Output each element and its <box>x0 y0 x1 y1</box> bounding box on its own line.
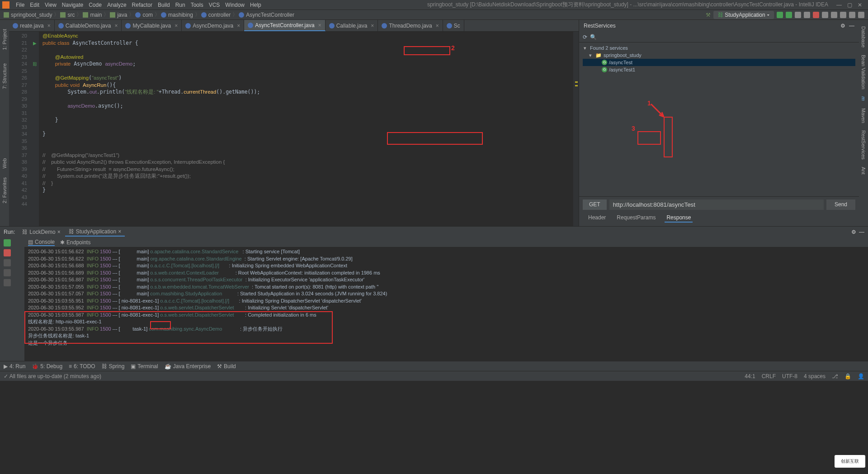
btab-build[interactable]: ⚒ Build <box>217 363 236 370</box>
close-tab-icon[interactable]: × <box>237 23 240 29</box>
stop-icon[interactable] <box>813 12 819 18</box>
bean-icon[interactable]: ⛓ <box>31 61 39 68</box>
subtab-endpoints[interactable]: ✱ Endpoints <box>60 239 90 246</box>
tool-web[interactable]: Web <box>2 158 7 168</box>
run-line-icon[interactable]: ▶ <box>31 40 39 47</box>
hide-icon[interactable]: — <box>849 23 854 29</box>
endpoint-asynctest1[interactable]: G/asyncTest1 <box>583 66 855 73</box>
rest-project[interactable]: springboot_study <box>604 52 642 59</box>
tool-maven[interactable]: m <box>861 94 866 104</box>
build-icon[interactable]: ⚒ <box>706 12 711 18</box>
btab-todo[interactable]: ≡ 6: TODO <box>69 363 95 370</box>
rest-tab-params[interactable]: RequestParams <box>615 213 657 223</box>
menu-build[interactable]: Build <box>155 2 173 8</box>
btab-debug[interactable]: 🐞 5: Debug <box>32 363 62 370</box>
close-icon[interactable]: ✕ <box>858 2 862 8</box>
run-tab-lockdemo[interactable]: ⛓ LockDemo × <box>19 228 64 237</box>
tool-beanvalidation[interactable]: Bean Validation <box>861 52 866 92</box>
rest-tab-response[interactable]: Response <box>665 213 693 223</box>
tool-project[interactable]: 1: Project <box>2 29 7 50</box>
maximize-icon[interactable]: ▢ <box>847 2 852 8</box>
menu-window[interactable]: Window <box>222 2 247 8</box>
tab-asyncdemo[interactable]: AsyncDemo.java× <box>182 20 244 31</box>
crumb-class[interactable]: AsyncTestController <box>246 12 294 18</box>
tab-mycallable[interactable]: MyCallable.java× <box>122 20 182 31</box>
tool-database[interactable]: Database <box>861 24 866 50</box>
vcs-update-icon[interactable] <box>822 12 828 18</box>
btab-run[interactable]: ▶ 4: Run <box>4 363 25 370</box>
gear-icon[interactable]: ⚙ <box>851 229 856 235</box>
layout-icon[interactable] <box>4 269 11 276</box>
menu-analyze[interactable]: Analyze <box>104 2 129 8</box>
vcs-history-icon[interactable] <box>840 12 846 18</box>
crumb-src[interactable]: src <box>67 12 75 18</box>
coverage-icon[interactable] <box>795 12 801 18</box>
close-tab-icon[interactable]: × <box>114 23 118 29</box>
menu-code[interactable]: Code <box>86 2 104 8</box>
close-tab-icon[interactable]: × <box>436 23 439 29</box>
tab-callabledemo[interactable]: CallableDemo.java× <box>55 20 122 31</box>
menu-navigate[interactable]: Navigate <box>59 2 86 8</box>
vcs-revert-icon[interactable] <box>849 12 855 18</box>
menu-tools[interactable]: Tools <box>188 2 206 8</box>
close-tab-icon[interactable]: × <box>371 23 374 29</box>
menu-help[interactable]: Help <box>247 2 264 8</box>
menu-edit[interactable]: Edit <box>27 2 42 8</box>
pin-icon[interactable] <box>4 279 11 286</box>
btab-terminal[interactable]: ▣ Terminal <box>131 363 158 370</box>
hide-icon[interactable]: — <box>859 229 864 235</box>
tab-callable[interactable]: Callable.java× <box>326 20 378 31</box>
menu-run[interactable]: Run <box>173 2 188 8</box>
endpoint-asynctest[interactable]: G/asyncTest <box>583 59 855 66</box>
refresh-icon[interactable]: ⟳ <box>583 34 587 40</box>
http-method-select[interactable]: GET <box>583 199 607 210</box>
btab-javaee[interactable]: ☕ Java Enterprise <box>165 363 211 370</box>
rest-tab-header[interactable]: Header <box>586 213 608 223</box>
code-editor[interactable]: 2021222324252627282930313233343536373839… <box>9 32 579 226</box>
close-tab-icon[interactable]: × <box>318 22 321 28</box>
btab-spring[interactable]: ⛓ Spring <box>102 363 125 370</box>
console-output[interactable]: 2020-06-30 15:01:56.622 INFO 1500 --- [ … <box>24 247 868 361</box>
dump-threads-icon[interactable] <box>4 259 11 266</box>
tool-structure[interactable]: 7: Structure <box>2 63 7 89</box>
tool-favorites[interactable]: 2: Favorites <box>2 177 7 203</box>
menu-view[interactable]: View <box>42 2 59 8</box>
run-tab-studyapplication[interactable]: ⛓ StudyApplication × <box>65 228 125 237</box>
http-url-input[interactable] <box>609 199 824 210</box>
tool-ant[interactable]: Ant <box>861 164 866 177</box>
tab-threaddemo[interactable]: ThreadDemo.java× <box>378 20 443 31</box>
tab-sc[interactable]: Sc <box>443 20 464 31</box>
gear-icon[interactable]: ⚙ <box>840 23 845 29</box>
send-button[interactable]: Send <box>826 199 855 210</box>
crumb-main[interactable]: main <box>90 12 102 18</box>
indent[interactable]: 4 spaces <box>804 373 826 379</box>
run-config-dropdown[interactable]: ⛓ StudyApplication ▾ <box>713 11 774 19</box>
crumb-java[interactable]: java <box>117 12 127 18</box>
menu-vcs[interactable]: VCS <box>206 2 223 8</box>
crumb-mashibing[interactable]: mashibing <box>168 12 193 18</box>
run-icon[interactable] <box>777 12 783 18</box>
search-icon[interactable] <box>858 12 864 18</box>
line-ending[interactable]: CRLF <box>762 373 776 379</box>
tool-restservices[interactable]: RestServices <box>861 128 866 162</box>
encoding[interactable]: UTF-8 <box>782 373 797 379</box>
lock-icon[interactable]: 🔒 <box>844 373 851 379</box>
tab-asynctestcontroller[interactable]: AsyncTestController.java× <box>244 20 325 31</box>
minimize-icon[interactable]: — <box>836 2 842 8</box>
subtab-console[interactable]: ▤ Console <box>28 239 55 246</box>
tab-reate[interactable]: reate.java× <box>9 20 55 31</box>
inspection-icon[interactable]: 👤 <box>858 373 864 379</box>
tool-maven-label[interactable]: Maven <box>861 105 866 126</box>
stop-run-icon[interactable] <box>4 249 11 256</box>
search-services-icon[interactable]: 🔍 <box>590 34 597 40</box>
crumb-com[interactable]: com <box>142 12 153 18</box>
crumb-controller[interactable]: controller <box>208 12 231 18</box>
rerun-icon[interactable] <box>4 239 11 246</box>
profiler-icon[interactable] <box>804 12 810 18</box>
crumb-project[interactable]: springboot_study <box>11 12 52 18</box>
vcs-commit-icon[interactable] <box>831 12 837 18</box>
menu-file[interactable]: File <box>13 2 27 8</box>
close-tab-icon[interactable]: × <box>47 23 51 29</box>
menu-refactor[interactable]: Refactor <box>129 2 155 8</box>
git-branch-icon[interactable]: ⎇ <box>832 373 838 379</box>
